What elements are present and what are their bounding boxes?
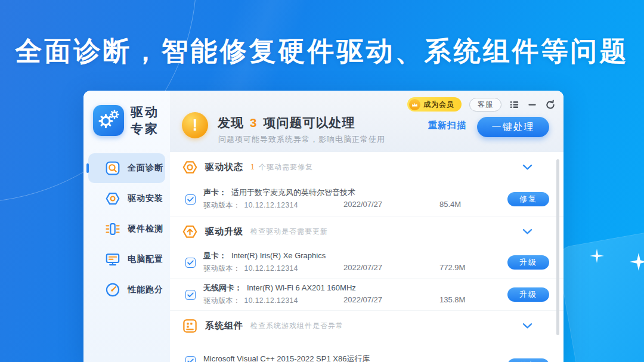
driver-name: 无线网卡：Inter(R) Wi-Fi 6 AX201 160MHz [203,283,356,293]
driver-row-soundcard: 声卡：适用于数字麦克风的英特尔智音技术 驱动版本：10.12.12.12314 … [170,182,564,216]
hero-title: 全面诊断，智能修复硬件驱动、系统组件等问题 [0,33,644,69]
undo-back-icon[interactable] [545,100,555,110]
rescan-button[interactable]: 重新扫描 [428,120,466,131]
sidebar-item-label: 全面诊断 [128,163,163,174]
driver-date: 2022/07/27 [343,263,382,272]
monitor-icon [105,252,120,267]
driver-version: 驱动版本：10.12.12.12314 [203,296,298,306]
sidebar-item-pc-config[interactable]: 电脑配置 [88,245,165,274]
driver-version: 驱动版本：10.12.12.12314 [203,264,298,274]
chevron-down-icon[interactable] [522,323,532,329]
app-window: 驱动 专家 全面诊断 [83,91,564,362]
sparkle-icon [589,248,605,264]
gauge-icon [105,282,120,298]
sidebar-item-label: 硬件检测 [128,224,163,234]
titlebar: 成为会员 客服 [407,97,555,112]
app-title-line1: 驱动 [131,104,159,120]
fix-button[interactable]: 修复 [507,358,549,362]
menu-list-icon[interactable] [509,100,519,110]
checkbox-checked[interactable] [185,356,196,362]
upgrade-button[interactable]: 升级 [507,255,549,270]
driver-category: 声卡： [203,188,227,197]
driver-size: 135.8M [439,295,465,304]
driver-date: 2022/07/27 [343,200,382,209]
app-logo [93,105,124,136]
section-title: 驱动升级 [205,226,243,237]
checkbox-checked[interactable] [185,258,196,268]
driver-name: 声卡：适用于数字麦克风的英特尔智音技术 [203,187,355,198]
component-row-vcpp: Microsoft Visual C++ 2015-2022 SP1 X86运行… [170,341,564,362]
section-system-components: 系统组件 检查系统游戏组件是否异常 [170,311,564,341]
driver-date: 2022/07/27 [343,295,382,304]
sidebar: 驱动 专家 全面诊断 [83,91,170,362]
crown-icon [409,99,420,110]
checkbox-checked[interactable] [185,290,196,300]
section-subtitle: 1 个驱动需要修复 [250,162,313,172]
section-subtitle: 检查系统游戏组件是否异常 [250,321,343,331]
fix-button[interactable]: 修复 [507,192,549,206]
issues-list: 驱动状态 1 个驱动需要修复 声卡：适用于数字麦克风的英特尔智音技 [170,152,564,362]
section-subtitle: 检查驱动是否需要更新 [250,227,328,237]
component-name: Microsoft Visual C++ 2015-2022 SP1 X86运行… [203,354,370,362]
process-all-button[interactable]: 一键处理 [477,117,549,137]
hexagon-circle-icon [182,159,198,175]
warning-icon: ! [182,112,208,138]
driver-size: 85.4M [439,200,461,209]
driver-category: 显卡： [203,251,227,260]
sidebar-item-hardware-detect[interactable]: 硬件检测 [88,214,165,244]
app-title-line2: 专家 [131,120,159,137]
summary-title: 发现 3 项问题可以处理 [218,115,355,131]
become-member-button[interactable]: 成为会员 [407,97,462,112]
hexagon-up-arrow-icon [182,224,198,240]
checkbox-checked[interactable] [185,194,196,205]
sidebar-item-label: 性能跑分 [128,284,163,295]
warning-glyph: ! [193,116,198,135]
sidebar-item-full-diagnosis[interactable]: 全面诊断 [88,153,165,183]
chip-icon [105,221,120,237]
driver-row-wifi: 无线网卡：Inter(R) Wi-Fi 6 AX201 160MHz 驱动版本：… [170,279,564,311]
sidebar-item-driver-install[interactable]: 驱动安装 [88,184,165,214]
sidebar-item-label: 电脑配置 [128,254,163,265]
section-count: 1 [250,163,255,171]
driver-version: 驱动版本：10.12.12.12314 [203,200,298,211]
sidebar-menu: 全面诊断 驱动安装 [83,153,170,305]
main-panel: 成为会员 客服 [170,91,564,362]
become-member-label: 成为会员 [423,100,454,110]
sidebar-item-label: 驱动安装 [128,193,163,204]
summary-title-prefix: 发现 [218,116,244,129]
section-driver-upgrade: 驱动升级 检查驱动是否需要更新 [170,216,564,246]
scrollbar-thumb[interactable] [556,159,559,335]
issue-count: 3 [248,116,259,129]
section-title: 系统组件 [205,320,243,332]
sparkle-icon [630,253,644,271]
driver-category: 无线网卡： [203,283,242,292]
summary-subtitle: 问题项可能导致系统异常，影响电脑正常使用 [218,134,385,145]
app-title: 驱动 专家 [131,104,159,137]
customer-service-label: 客服 [478,100,493,110]
minimize-icon[interactable] [527,100,537,110]
customer-service-button[interactable]: 客服 [469,98,501,112]
section-title: 驱动状态 [205,162,243,173]
desktop-background: 全面诊断，智能修复硬件驱动、系统组件等问题 [0,0,644,362]
sidebar-item-benchmark[interactable]: 性能跑分 [88,275,165,305]
upgrade-button[interactable]: 升级 [507,287,549,302]
gears-icon [97,109,120,132]
section-driver-status: 驱动状态 1 个驱动需要修复 [170,152,564,182]
components-grid-icon [182,318,198,334]
driver-size: 772.9M [439,263,465,272]
driver-name: 显卡：Inter(R) Iris(R) Xe Graphics [203,250,326,261]
driver-row-gpu: 显卡：Inter(R) Iris(R) Xe Graphics 驱动版本：10.… [170,246,564,279]
chevron-down-icon[interactable] [522,164,532,171]
hexagon-nut-icon [105,191,120,206]
summary-title-suffix: 项问题可以处理 [263,116,355,129]
search-icon [105,160,120,176]
summary-header: 成为会员 客服 [170,91,564,152]
chevron-down-icon[interactable] [522,228,532,235]
active-indicator [86,163,89,173]
app-logo-row: 驱动 专家 [83,91,170,137]
